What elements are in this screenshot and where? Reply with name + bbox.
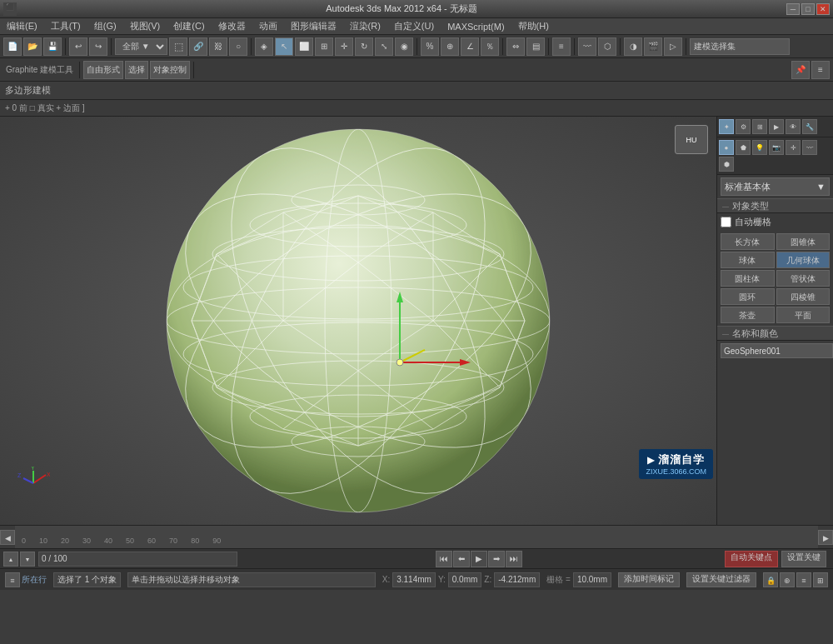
scale-btn[interactable]: ⤡ bbox=[375, 37, 393, 56]
select-set-input[interactable] bbox=[690, 38, 790, 55]
object-type-section[interactable]: 对象类型 bbox=[717, 198, 833, 213]
percent2-snap-btn[interactable]: ％ bbox=[481, 37, 499, 56]
tube-btn[interactable]: 管状体 bbox=[776, 270, 831, 287]
redo-button[interactable]: ↪ bbox=[89, 37, 107, 56]
goto-end-btn[interactable]: ⏭ bbox=[506, 551, 522, 567]
select-object-btn[interactable]: ↖ bbox=[275, 37, 293, 56]
plane-btn[interactable]: 平面 bbox=[776, 307, 831, 323]
create-panel-icon[interactable]: ✦ bbox=[719, 119, 734, 134]
align-btn[interactable]: ▤ bbox=[526, 37, 545, 56]
curve-editor-btn[interactable]: 〰 bbox=[578, 37, 596, 56]
status-icon1[interactable]: 🔒 bbox=[763, 572, 778, 587]
menu-modifiers[interactable]: 修改器 bbox=[215, 20, 249, 32]
minimize-button[interactable]: ─ bbox=[786, 3, 800, 15]
rotate-btn[interactable]: ↻ bbox=[355, 37, 373, 56]
window-crossing-btn[interactable]: ⊞ bbox=[315, 37, 333, 56]
new-button[interactable]: 📄 bbox=[3, 37, 22, 56]
hierarchy-panel-icon[interactable]: ⊞ bbox=[752, 119, 767, 134]
layer-btn[interactable]: ≡ bbox=[552, 37, 571, 56]
lights-icon[interactable]: 💡 bbox=[752, 140, 767, 155]
select-filter-btn[interactable]: ◈ bbox=[255, 37, 273, 56]
material-editor-btn[interactable]: ◑ bbox=[624, 37, 642, 56]
status-icon3[interactable]: ≡ bbox=[796, 572, 811, 587]
cylinder-btn[interactable]: 圆柱体 bbox=[721, 270, 775, 287]
next-key-btn[interactable]: ➡ bbox=[488, 551, 505, 567]
cameras-icon[interactable]: 📷 bbox=[769, 140, 784, 155]
graphite-tab-freeform[interactable]: 自由形式 bbox=[83, 61, 123, 79]
menu-graph-editor[interactable]: 图形编辑器 bbox=[287, 20, 340, 32]
graphite-tab-object[interactable]: 对象控制 bbox=[150, 61, 190, 79]
auto-key-btn[interactable]: 自动关键点 bbox=[725, 551, 778, 567]
select-btn[interactable]: ⬚ bbox=[169, 37, 187, 56]
select-region-btn[interactable]: ⬜ bbox=[295, 37, 313, 56]
timeline-back-btn[interactable]: ◀ bbox=[0, 530, 15, 545]
render-setup-btn[interactable]: 🎬 bbox=[644, 37, 662, 56]
torus-btn[interactable]: 圆环 bbox=[721, 288, 775, 305]
ref-coord-btn[interactable]: ◉ bbox=[395, 37, 413, 56]
display-panel-icon[interactable]: 👁 bbox=[786, 119, 801, 134]
primitive-type-dropdown[interactable]: 标准基本体 ▼ bbox=[721, 177, 830, 196]
angle-snap-btn[interactable]: ∠ bbox=[461, 37, 479, 56]
set-key-btn[interactable]: 设置关键 bbox=[781, 551, 826, 567]
prev-key-btn[interactable]: ⬅ bbox=[453, 551, 470, 567]
unlink-btn[interactable]: ⛓ bbox=[209, 37, 227, 56]
bind-btn[interactable]: ○ bbox=[229, 37, 247, 56]
box-btn[interactable]: 长方体 bbox=[721, 233, 775, 250]
name-color-section[interactable]: 名称和颜色 bbox=[717, 326, 833, 341]
menu-render[interactable]: 渲染(R) bbox=[347, 20, 384, 32]
play-btn[interactable]: ▶ bbox=[471, 551, 487, 567]
move-btn[interactable]: ✛ bbox=[335, 37, 353, 56]
menu-create[interactable]: 创建(C) bbox=[170, 20, 207, 32]
helpers-icon[interactable]: ✛ bbox=[786, 140, 801, 155]
filter-btn[interactable]: 设置关键过滤器 bbox=[686, 572, 756, 587]
save-button[interactable]: 💾 bbox=[43, 37, 62, 56]
mirror-btn[interactable]: ⇔ bbox=[506, 37, 525, 56]
close-button[interactable]: ✕ bbox=[816, 3, 830, 15]
auto-grid-checkbox[interactable] bbox=[721, 217, 731, 227]
status-icon4[interactable]: ⊞ bbox=[813, 572, 828, 587]
graphite-pin[interactable]: 📌 bbox=[791, 61, 810, 79]
systems-icon[interactable]: ⬢ bbox=[719, 157, 734, 172]
utilities-panel-icon[interactable]: 🔧 bbox=[802, 119, 817, 134]
percent-snap-btn[interactable]: % bbox=[421, 37, 439, 56]
menu-customize[interactable]: 自定义(U) bbox=[391, 20, 437, 32]
geosphere-btn[interactable]: 几何球体 bbox=[776, 252, 831, 268]
menu-edit[interactable]: 编辑(E) bbox=[3, 20, 41, 32]
statusbar-icon[interactable]: ≡ bbox=[5, 572, 20, 587]
cone-btn[interactable]: 圆锥体 bbox=[776, 233, 831, 250]
graphite-tab-select[interactable]: 选择 bbox=[125, 61, 148, 79]
viewport[interactable]: HU X Y Z ▶ 溜溜自学 ZIXUE.3066.COM bbox=[0, 117, 716, 525]
menu-maxscript[interactable]: MAXScript(M) bbox=[444, 22, 507, 32]
frame-input[interactable] bbox=[38, 552, 237, 567]
undo-button[interactable]: ↩ bbox=[69, 37, 87, 56]
pyramid-btn[interactable]: 四棱锥 bbox=[776, 288, 831, 305]
goto-start-btn[interactable]: ⏮ bbox=[436, 551, 452, 567]
menu-help[interactable]: 帮助(H) bbox=[515, 20, 552, 32]
menu-animation[interactable]: 动画 bbox=[256, 20, 281, 32]
open-button[interactable]: 📂 bbox=[23, 37, 42, 56]
snap-btn[interactable]: ⊕ bbox=[441, 37, 459, 56]
spacewarps-icon[interactable]: 〰 bbox=[802, 140, 817, 155]
select-all-dropdown[interactable]: 全部 ▼ bbox=[115, 38, 167, 55]
timeline-track[interactable]: 0 10 20 30 40 50 60 70 80 90 bbox=[15, 526, 818, 548]
mini-up-btn[interactable]: ▲ bbox=[3, 552, 18, 567]
menu-group[interactable]: 组(G) bbox=[91, 20, 120, 32]
restore-button[interactable]: □ bbox=[801, 3, 815, 15]
motion-panel-icon[interactable]: ▶ bbox=[769, 119, 784, 134]
schematic-btn[interactable]: ⬡ bbox=[598, 37, 616, 56]
sphere-btn[interactable]: 球体 bbox=[721, 252, 775, 268]
add-time-tag-btn[interactable]: 添加时间标记 bbox=[618, 572, 680, 587]
geometry-icon[interactable]: ● bbox=[719, 140, 734, 155]
mini-down-btn[interactable]: ▼ bbox=[20, 552, 35, 567]
render-btn[interactable]: ▷ bbox=[664, 37, 682, 56]
object-name-input[interactable] bbox=[721, 343, 833, 358]
hud-button[interactable]: HU bbox=[675, 125, 708, 154]
teapot-btn[interactable]: 茶壶 bbox=[721, 307, 775, 323]
status-icon2[interactable]: ⊕ bbox=[780, 572, 795, 587]
graphite-collapse[interactable]: ≡ bbox=[811, 61, 830, 79]
modify-panel-icon[interactable]: ⚙ bbox=[736, 119, 751, 134]
menu-tools[interactable]: 工具(T) bbox=[47, 20, 84, 32]
shape-icon[interactable]: ⬟ bbox=[736, 140, 751, 155]
link-btn[interactable]: 🔗 bbox=[189, 37, 207, 56]
timeline-forward-btn[interactable]: ▶ bbox=[818, 530, 833, 545]
